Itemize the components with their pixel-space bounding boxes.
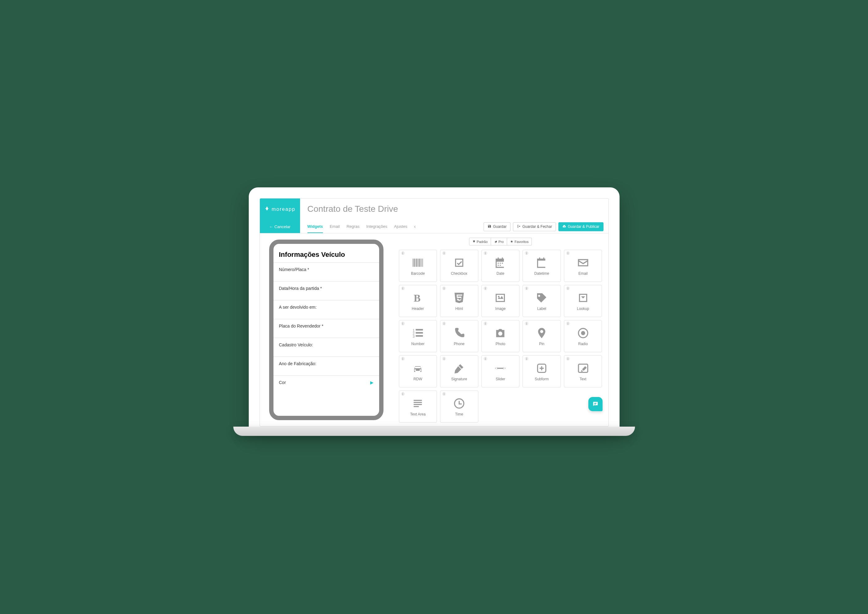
form-field-placa-revendedor[interactable]: Placa do Revendedor * [274,319,379,338]
widget-label: Time [455,412,463,416]
widget-radio[interactable]: iRadio [564,320,602,352]
info-icon[interactable]: i [566,251,570,255]
tab-integrations[interactable]: Integrações [366,220,387,233]
info-icon[interactable]: i [525,287,528,290]
info-icon[interactable]: i [484,251,487,255]
widget-photo[interactable]: iPhoto [481,320,520,352]
widget-number[interactable]: i123Number [399,320,437,352]
widget-barcode[interactable]: iBarcode [399,250,437,282]
widget-subform[interactable]: iSubform [523,355,561,388]
widget-lookup[interactable]: iLookup [564,285,602,317]
info-icon[interactable]: i [442,357,446,361]
phone-icon [453,326,466,340]
widget-time[interactable]: iTime [440,391,478,423]
widget-checkbox[interactable]: iCheckbox [440,250,478,282]
barcode-icon [411,256,425,270]
form-field-cadastro[interactable]: Cadastro Veículo: [274,338,379,357]
email-icon [576,256,590,270]
textarea-icon [411,397,425,410]
svg-rect-12 [414,400,422,401]
pin-icon [535,326,549,340]
chat-icon [592,401,599,408]
main-area: Informações Veículo Número/Placa * Data/… [260,233,608,426]
number-icon: 123 [411,326,425,340]
chat-fab[interactable] [588,397,602,411]
info-icon[interactable]: i [442,392,446,396]
tab-settings[interactable]: Ajustes [394,220,407,233]
filter-default[interactable]: Padrão [469,238,491,245]
widget-rdw[interactable]: iRDW [399,355,437,388]
header-icon: B [411,291,425,305]
form-field-ano[interactable]: Ano de Fabricação: [274,357,379,375]
info-icon[interactable]: i [566,322,570,326]
info-icon[interactable]: i [401,251,405,255]
info-icon[interactable]: i [525,357,528,361]
page-title: Contrato de Teste Drive [308,204,601,214]
widget-label: Header [412,307,424,311]
filter-favorites[interactable]: ★ Favoritos [507,238,532,245]
widget-label: Lookup [577,307,589,311]
widget-grid: iBarcodeiCheckboxiDateiDatetimeiEmailiBH… [399,250,602,423]
widget-image[interactable]: iImage [481,285,520,317]
subform-icon [535,361,549,375]
cloud-upload-icon [562,225,566,229]
widget-signature[interactable]: iSignature [440,355,478,388]
svg-rect-15 [414,406,419,407]
widget-label: Text [580,377,586,381]
info-icon[interactable]: i [401,287,405,290]
widget-pin[interactable]: iPin [523,320,561,352]
info-icon[interactable]: i [401,357,405,361]
plant-icon [264,206,270,213]
widget-text[interactable]: iText [564,355,602,388]
widget-html[interactable]: iHtml [440,285,478,317]
arrow-left-icon: ← [269,225,273,229]
info-icon[interactable]: i [484,322,487,326]
tab-email[interactable]: Email [330,220,340,233]
widget-textarea[interactable]: iText Area [399,391,437,423]
cancel-button-container: ← Cancelar [260,220,300,233]
cancel-button[interactable]: ← Cancelar [269,225,291,229]
tab-rules[interactable]: Regras [346,220,359,233]
widget-label: Datetime [534,271,549,276]
logo-text: moreapp [272,206,296,212]
widget-phone[interactable]: iPhone [440,320,478,352]
info-icon[interactable]: i [525,322,528,326]
info-icon[interactable]: i [442,251,446,255]
widget-label: Radio [578,342,588,346]
chevron-left-icon[interactable]: ‹ [414,224,415,229]
preview-column: Informações Veículo Número/Placa * Data/… [260,233,393,426]
widget-label: Phone [454,342,465,346]
form-field-devolvido[interactable]: A ser devolvido em: [274,300,379,319]
widget-label: Barcode [411,271,425,276]
info-icon[interactable]: i [401,392,405,396]
widget-header[interactable]: iBHeader [399,285,437,317]
info-icon[interactable]: i [442,287,446,290]
info-icon[interactable]: i [566,357,570,361]
filter-pro[interactable]: Pro [491,238,507,245]
save-icon [488,225,491,229]
widget-label: Number [411,342,425,346]
form-field-data-hora[interactable]: Data/Hora da partida * [274,281,379,300]
leaf-icon [494,240,497,243]
info-icon[interactable]: i [525,251,528,255]
info-icon[interactable]: i [442,322,446,326]
tab-widgets[interactable]: Widgets [308,220,323,233]
widget-email[interactable]: iEmail [564,250,602,282]
widget-label: Checkbox [451,271,467,276]
save-close-button[interactable]: Guardar & Fechar [513,222,556,231]
info-icon[interactable]: i [484,357,487,361]
widget-label: Subform [535,377,549,381]
save-button[interactable]: Guardar [484,222,510,231]
info-icon[interactable]: i [484,287,487,290]
widget-label[interactable]: iLabel [523,285,561,317]
form-field-cor[interactable]: Cor ▶ [274,375,379,389]
save-publish-button[interactable]: Guardar & Publicar [558,222,603,231]
widget-filter-group: Padrão Pro ★ Favoritos [399,238,602,245]
widget-datetime[interactable]: iDatetime [523,250,561,282]
info-icon[interactable]: i [401,322,405,326]
info-icon[interactable]: i [566,287,570,290]
widget-date[interactable]: iDate [481,250,520,282]
logout-icon [517,225,521,229]
form-field-numero-placa[interactable]: Número/Placa * [274,262,379,281]
widget-slider[interactable]: iSlider [481,355,520,388]
